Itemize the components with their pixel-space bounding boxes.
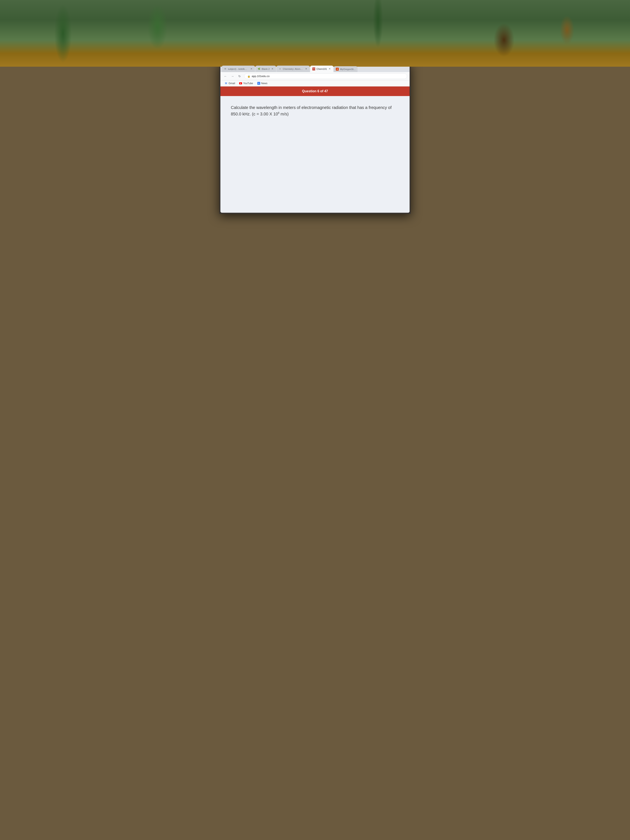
exponent: 8 (278, 112, 279, 114)
tab-email[interactable]: ✉ subject) - ketelk@oreg ✕ (222, 66, 255, 72)
bookmark-gmail[interactable]: M Gmail (223, 81, 237, 85)
tab-chem101-close[interactable]: ✕ (328, 67, 331, 71)
youtube-label: YouTube (243, 82, 253, 85)
myoregon-favicon: O (336, 68, 339, 71)
question-header-text: Question 6 of 47 (302, 89, 328, 93)
browser-chrome: ✉ subject) - ketelk@oreg ✕ 🌿 Blank 2 ✕ ≡… (220, 64, 410, 213)
gmail-label: Gmail (229, 82, 235, 85)
tab-email-close[interactable]: ✕ (250, 67, 253, 71)
address-bar[interactable]: 🔒 app.101edu.co (244, 73, 407, 79)
question-text-end: m/s) (279, 112, 289, 116)
laptop-outer: ✉ subject) - ketelk@oreg ✕ 🌿 Blank 2 ✕ ≡… (219, 63, 411, 214)
chemistry-favicon: ≡ (278, 68, 281, 70)
tab-chem101-label: Chem101 (316, 68, 327, 70)
question-body: Calculate the wavelength in meters of el… (220, 96, 410, 213)
tab-myoregon[interactable]: O MyOregonSt... (334, 66, 357, 72)
bookmark-news[interactable]: N News (256, 81, 269, 85)
bookmarks-bar: M Gmail YouTube N News (220, 81, 410, 87)
email-favicon: ✉ (224, 68, 227, 70)
tab-chemistry-close[interactable]: ✕ (305, 67, 308, 71)
tab-blank[interactable]: 🌿 Blank 2 ✕ (256, 66, 276, 72)
forward-button[interactable]: → (230, 74, 235, 79)
plant-background (0, 0, 630, 67)
page-content: Question 6 of 47 Calculate the wavelengt… (220, 87, 410, 213)
tab-blank-close[interactable]: ✕ (271, 67, 274, 71)
chem101-favicon: 101 (312, 68, 315, 70)
news-label: News (261, 82, 267, 85)
bookmark-youtube[interactable]: YouTube (237, 81, 254, 85)
url-text: app.101edu.co (252, 74, 270, 78)
question-text: Calculate the wavelength in meters of el… (231, 104, 399, 117)
tab-blank-label: Blank 2 (262, 68, 270, 70)
screenshot-wrapper: ✉ subject) - ketelk@oreg ✕ 🌿 Blank 2 ✕ ≡… (0, 0, 630, 214)
question-header: Question 6 of 47 (220, 87, 410, 96)
reload-button[interactable]: ↻ (237, 74, 242, 79)
youtube-icon (239, 82, 242, 85)
gmail-icon: M (224, 82, 227, 85)
tab-chemistry-label: Chemistry: Atoms First 2e (283, 68, 303, 70)
tab-myoregon-label: MyOregonSt... (340, 68, 355, 70)
news-icon: N (257, 82, 260, 85)
lock-icon: 🔒 (247, 75, 250, 78)
blank-favicon: 🌿 (257, 68, 261, 70)
tab-chemistry[interactable]: ≡ Chemistry: Atoms First 2e ✕ (276, 66, 310, 72)
back-button[interactable]: ← (223, 74, 228, 79)
tab-email-label: subject) - ketelk@oreg (228, 68, 248, 70)
address-bar-row: ← → ↻ 🔒 app.101edu.co (220, 72, 410, 81)
tab-chem101[interactable]: 101 Chem101 ✕ (310, 66, 333, 72)
question-text-main: Calculate the wavelength in meters of el… (231, 105, 392, 116)
laptop-screen: ✉ subject) - ketelk@oreg ✕ 🌿 Blank 2 ✕ ≡… (220, 64, 410, 213)
